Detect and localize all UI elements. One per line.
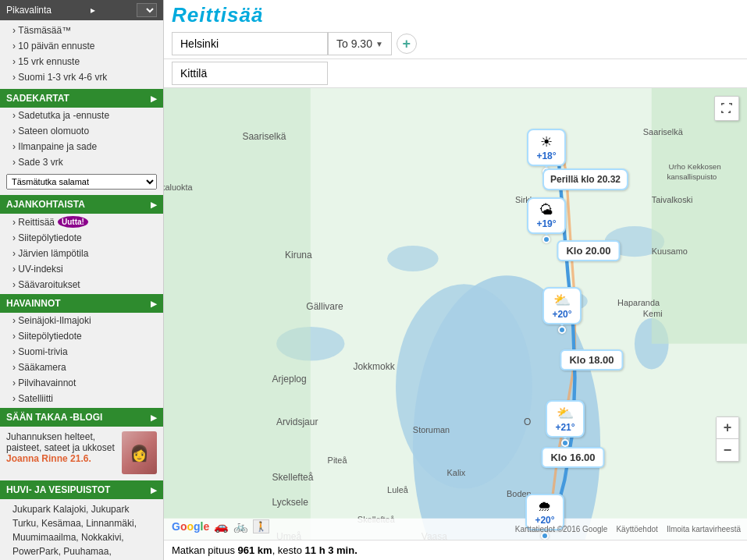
weather-bubble-4: ⛅ +21° (546, 400, 585, 438)
svg-text:Saariselkä: Saariselkä (643, 127, 684, 136)
sidebar-item-tasmasaa[interactable]: › Täsmäsää™ (0, 23, 163, 38)
ajankohtaista-items: › Reittisää Uutta! › Siitepölytiedote › … (0, 214, 163, 292)
map-fullscreen-button[interactable] (714, 96, 739, 121)
zoom-in-button[interactable]: + (717, 417, 738, 439)
route-info: Matkan pituus 961 km, kesto 11 h 3 min. (172, 544, 357, 556)
sidebar-item-15vrk[interactable]: › 15 vrk ennuste (0, 54, 163, 69)
blog-author[interactable]: Joanna Rinne 21.6. (6, 453, 91, 464)
weather-temp-4: +21° (552, 422, 578, 433)
pikavalinta-arrow: ▸ (91, 5, 95, 16)
sidebar-item-siitepoly2[interactable]: › Siitepölytiedote (0, 328, 163, 344)
section-header-puistot[interactable]: HUVI- JA VESIPUISTOT ▶ (0, 480, 163, 499)
add-stop-button[interactable]: + (397, 34, 417, 54)
svg-point-4 (387, 246, 439, 271)
weather-bubble-1: ☀ +18° (527, 129, 566, 166)
time-box-20: Klo 20.00 (557, 240, 620, 261)
sidebar: Pikavalinta ▸ › Täsmäsää™ › 10 päivän en… (0, 0, 164, 560)
blog-section: Juhannuksen helteet, paisteet, sateet ja… (0, 427, 163, 479)
svg-text:Kiruna: Kiruna (285, 250, 312, 261)
sidebar-item-saavaroi[interactable]: › Säävaroitukset (0, 277, 163, 292)
section-header-havainnot[interactable]: HAVAINNOT ▶ (0, 294, 163, 313)
svg-text:O: O (524, 416, 531, 427)
svg-text:Piteå: Piteå (328, 455, 348, 465)
time-label-16: Klo 16.00 (550, 452, 595, 463)
havainnot-items: › Seinäjoki-Ilmajoki › Siitepölytiedote … (0, 313, 163, 406)
transport-walk[interactable]: 🚶 (253, 519, 269, 533)
sadekartat-arrow: ▶ (151, 94, 157, 103)
zoom-out-button[interactable]: − (717, 439, 738, 461)
ajankohtaista-arrow: ▶ (151, 200, 157, 209)
page-title: Reittisää (172, 3, 739, 27)
route-controls: To 9.30 ▼ + (164, 29, 747, 59)
parks-list: Jukupark Kalajoki, Jukupark Turku, Kesäm… (0, 499, 163, 560)
svg-text:Kalix: Kalix (447, 468, 466, 477)
svg-text:Urho Kekkosen: Urho Kekkosen (669, 162, 721, 171)
weather-temp-2: +19° (533, 218, 560, 229)
svg-text:Skellefteå: Skellefteå (272, 472, 314, 483)
sidebar-item-siitepoly[interactable]: › Siitepölytiedote (0, 230, 163, 246)
sidebar-item-seinajoki[interactable]: › Seinäjoki-Ilmajoki (0, 313, 163, 328)
svg-text:Taivalkoski: Taivalkoski (652, 195, 693, 204)
transport-bike[interactable]: 🚲 (233, 519, 248, 533)
blog-avatar: 👩 (122, 431, 157, 474)
tasmasaa-section: › Täsmäsää™ › 10 päivän ennuste › 15 vrk… (0, 20, 163, 87)
sidebar-item-pilvi[interactable]: › Pilvihavainnot (0, 375, 163, 391)
weather-temp-5: +20° (532, 515, 558, 526)
svg-text:Jokkmokk: Jokkmokk (353, 361, 395, 372)
main-content: Reittisää To 9.30 ▼ + (164, 0, 747, 560)
map-terms-link[interactable]: Käyttöehdot (616, 525, 657, 533)
sidebar-item-jarvien[interactable]: › Järvien lämpötila (0, 246, 163, 261)
time-selector[interactable]: To 9.30 ▼ (328, 32, 392, 55)
weather-icon-5: 🌧 (532, 498, 558, 515)
blog-text: Juhannuksen helteet, paisteet, sateet ja… (6, 431, 117, 474)
time-label-18: Klo 18.00 (569, 354, 614, 366)
sidebar-item-sade3vrk[interactable]: › Sade 3 vrk (0, 154, 163, 170)
sidebar-item-10pv[interactable]: › 10 päivän ennuste (0, 38, 163, 54)
weather-bubble-3: ⛅ +20° (542, 287, 582, 324)
weather-bubble-2: 🌤 +19° (527, 197, 566, 234)
svg-text:Luleå: Luleå (387, 485, 409, 494)
svg-text:Gällivare: Gällivare (306, 301, 343, 312)
section-header-ajankohtaista[interactable]: AJANKOHTAISTA ▶ (0, 195, 163, 214)
sidebar-item-ilmanpaine[interactable]: › Ilmanpaine ja sade (0, 139, 163, 154)
section-header-blogi[interactable]: SÄÄN TAKAA -BLOGI ▶ (0, 408, 163, 427)
time-label: To 9.30 (336, 37, 372, 50)
sidebar-item-trivia[interactable]: › Suomi-trivia (0, 344, 163, 360)
google-logo: Google (172, 520, 209, 533)
svg-text:Saariselkä: Saariselkä (242, 131, 286, 142)
sadekartat-items: › Sadetutka ja -ennuste › Sateen olomuot… (0, 108, 163, 193)
weather-pin-3: ⛅ +20° (542, 287, 582, 334)
map-svg: Saariselkä Saariselkä Urho Kekkosen kans… (164, 88, 747, 540)
map-report-link[interactable]: Ilmoita kartavirheestä (667, 525, 741, 533)
sidebar-item-uv[interactable]: › UV-indeksi (0, 261, 163, 277)
svg-text:Kemi: Kemi (643, 309, 663, 318)
map-bottom-left: Google 🚗 🚲 🚶 (172, 519, 269, 533)
weather-icon-3: ⛅ (549, 292, 575, 309)
uutta-badge: Uutta! (58, 216, 88, 228)
weather-temp-1: +18° (533, 151, 560, 161)
sidebar-item-reittisaa[interactable]: › Reittisää Uutta! (0, 214, 163, 230)
weather-icon-2: 🌤 (533, 202, 560, 218)
map-container[interactable]: Saariselkä Saariselkä Urho Kekkosen kans… (164, 88, 747, 540)
blog-content: Juhannuksen helteet, paisteet, sateet ja… (6, 431, 115, 453)
weather-temp-3: +20° (549, 309, 575, 320)
sidebar-item-sadetutka[interactable]: › Sadetutka ja -ennuste (0, 108, 163, 123)
sidebar-item-sateen[interactable]: › Sateen olomuoto (0, 123, 163, 139)
section-header-sadekartat[interactable]: SADEKARTAT ▶ (0, 89, 163, 108)
svg-text:Kuusamo: Kuusamo (652, 246, 688, 256)
time-box-16: Klo 16.00 (541, 447, 604, 468)
sidebar-item-suomi[interactable]: › Suomi 1-3 vrk 4-6 vrk (0, 69, 163, 85)
svg-text:Haparanda: Haparanda (617, 298, 660, 307)
page-title-bar: Reittisää (164, 0, 747, 29)
puistot-arrow: ▶ (151, 486, 157, 494)
pikavalinta-select[interactable] (137, 3, 157, 17)
route-to-input[interactable] (172, 62, 328, 85)
sidebar-item-satelliitti[interactable]: › Satelliitti (0, 391, 163, 406)
map-copyright: Karttatiedot ©2016 Google Käyttöehdot Il… (515, 525, 741, 533)
weather-pin-2: 🌤 +19° (527, 197, 566, 243)
sidebar-item-saakamera[interactable]: › Sääkamera (0, 360, 163, 375)
tasmatutka-select-wrap: Täsmätutka salamat (0, 170, 163, 193)
transport-car[interactable]: 🚗 (214, 519, 229, 533)
tasmatutka-select[interactable]: Täsmätutka salamat (6, 174, 157, 190)
route-from-input[interactable] (172, 32, 328, 55)
